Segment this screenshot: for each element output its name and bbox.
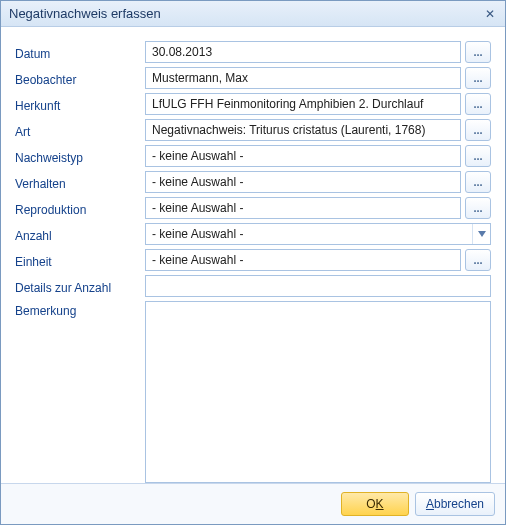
row-beobachter: Beobachter ... [15, 67, 491, 89]
nachweistyp-field[interactable] [145, 145, 461, 167]
beobachter-lookup-button[interactable]: ... [465, 67, 491, 89]
herkunft-field[interactable] [145, 93, 461, 115]
label-datum: Datum [15, 44, 145, 61]
row-herkunft: Herkunft ... [15, 93, 491, 115]
window-title: Negativnachweis erfassen [9, 6, 481, 21]
label-verhalten: Verhalten [15, 174, 145, 191]
label-details: Details zur Anzahl [15, 278, 145, 295]
row-art: Art ... [15, 119, 491, 141]
details-field[interactable] [145, 275, 491, 297]
dialog-footer: OK Abbrechen [1, 483, 505, 524]
close-button[interactable]: ✕ [481, 5, 499, 23]
reproduktion-lookup-button[interactable]: ... [465, 197, 491, 219]
verhalten-field[interactable] [145, 171, 461, 193]
cancel-button[interactable]: Abbrechen [415, 492, 495, 516]
label-beobachter: Beobachter [15, 70, 145, 87]
form-content: Datum ... Beobachter ... Herkunft ... Ar… [1, 27, 505, 483]
row-datum: Datum ... [15, 41, 491, 63]
label-herkunft: Herkunft [15, 96, 145, 113]
datum-lookup-button[interactable]: ... [465, 41, 491, 63]
beobachter-field[interactable] [145, 67, 461, 89]
art-lookup-button[interactable]: ... [465, 119, 491, 141]
verhalten-lookup-button[interactable]: ... [465, 171, 491, 193]
art-field[interactable] [145, 119, 461, 141]
row-details: Details zur Anzahl [15, 275, 491, 297]
row-bemerkung: Bemerkung [15, 301, 491, 483]
row-reproduktion: Reproduktion ... [15, 197, 491, 219]
row-verhalten: Verhalten ... [15, 171, 491, 193]
datum-field[interactable] [145, 41, 461, 63]
einheit-field[interactable] [145, 249, 461, 271]
herkunft-lookup-button[interactable]: ... [465, 93, 491, 115]
label-anzahl: Anzahl [15, 226, 145, 243]
row-nachweistyp: Nachweistyp ... [15, 145, 491, 167]
reproduktion-field[interactable] [145, 197, 461, 219]
bemerkung-textarea[interactable] [145, 301, 491, 483]
label-bemerkung: Bemerkung [15, 301, 145, 318]
close-icon: ✕ [485, 8, 495, 20]
label-einheit: Einheit [15, 252, 145, 269]
anzahl-combo-value: - keine Auswahl - [152, 227, 243, 241]
dialog-window: Negativnachweis erfassen ✕ Datum ... Beo… [0, 0, 506, 525]
chevron-down-icon [472, 224, 490, 244]
ok-button[interactable]: OK [341, 492, 409, 516]
row-einheit: Einheit ... [15, 249, 491, 271]
titlebar: Negativnachweis erfassen ✕ [1, 1, 505, 27]
label-reproduktion: Reproduktion [15, 200, 145, 217]
anzahl-combo[interactable]: - keine Auswahl - [145, 223, 491, 245]
nachweistyp-lookup-button[interactable]: ... [465, 145, 491, 167]
label-nachweistyp: Nachweistyp [15, 148, 145, 165]
einheit-lookup-button[interactable]: ... [465, 249, 491, 271]
row-anzahl: Anzahl - keine Auswahl - [15, 223, 491, 245]
label-art: Art [15, 122, 145, 139]
